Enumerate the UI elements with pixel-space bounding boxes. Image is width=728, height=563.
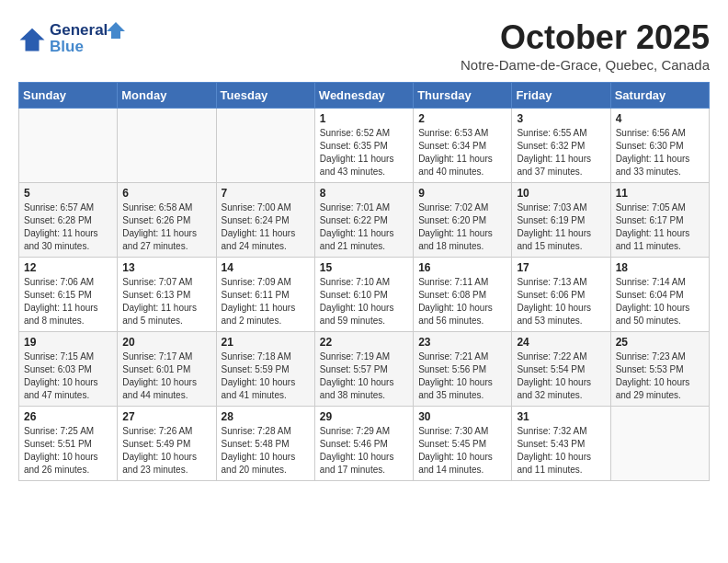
day-number: 22 (320, 336, 408, 349)
logo: General Blue (18, 18, 132, 59)
day-number: 21 (222, 336, 310, 349)
calendar-cell: 22Sunrise: 7:19 AM Sunset: 5:57 PM Dayli… (314, 332, 413, 407)
day-number: 29 (320, 410, 408, 423)
day-info: Sunrise: 7:23 AM Sunset: 5:53 PM Dayligh… (616, 350, 704, 402)
day-number: 11 (616, 187, 704, 200)
calendar-cell: 1Sunrise: 6:52 AM Sunset: 6:35 PM Daylig… (314, 109, 413, 183)
svg-marker-1 (20, 29, 45, 52)
day-number: 31 (517, 410, 605, 423)
calendar-cell: 24Sunrise: 7:22 AM Sunset: 5:54 PM Dayli… (512, 332, 610, 407)
calendar-cell: 8Sunrise: 7:01 AM Sunset: 6:22 PM Daylig… (314, 183, 413, 258)
weekday-header-friday: Friday (512, 83, 610, 109)
calendar-cell: 31Sunrise: 7:32 AM Sunset: 5:43 PM Dayli… (512, 407, 610, 481)
calendar-cell: 15Sunrise: 7:10 AM Sunset: 6:10 PM Dayli… (314, 258, 413, 332)
weekday-header-tuesday: Tuesday (216, 83, 314, 109)
calendar-cell: 12Sunrise: 7:06 AM Sunset: 6:15 PM Dayli… (19, 258, 118, 332)
day-number: 14 (222, 261, 310, 274)
calendar-cell: 13Sunrise: 7:07 AM Sunset: 6:13 PM Dayli… (118, 258, 216, 332)
day-info: Sunrise: 7:29 AM Sunset: 5:46 PM Dayligh… (320, 425, 408, 477)
day-number: 2 (418, 112, 506, 125)
calendar-cell: 18Sunrise: 7:14 AM Sunset: 6:04 PM Dayli… (610, 258, 709, 332)
day-number: 5 (24, 187, 112, 200)
weekday-header-row: SundayMondayTuesdayWednesdayThursdayFrid… (19, 83, 710, 109)
calendar-cell: 28Sunrise: 7:28 AM Sunset: 5:48 PM Dayli… (216, 407, 314, 481)
calendar-cell: 7Sunrise: 7:00 AM Sunset: 6:24 PM Daylig… (216, 183, 314, 258)
logo-graphic: General Blue (50, 18, 132, 55)
day-info: Sunrise: 7:18 AM Sunset: 5:59 PM Dayligh… (222, 350, 310, 402)
calendar-title: October 2025 (461, 18, 710, 57)
day-number: 16 (418, 261, 506, 274)
day-number: 30 (418, 410, 506, 423)
calendar-week-row: 26Sunrise: 7:25 AM Sunset: 5:51 PM Dayli… (19, 407, 710, 481)
calendar-cell: 2Sunrise: 6:53 AM Sunset: 6:34 PM Daylig… (414, 109, 512, 183)
day-info: Sunrise: 7:32 AM Sunset: 5:43 PM Dayligh… (517, 425, 605, 477)
calendar-week-row: 12Sunrise: 7:06 AM Sunset: 6:15 PM Dayli… (19, 258, 710, 332)
day-info: Sunrise: 7:06 AM Sunset: 6:15 PM Dayligh… (24, 276, 112, 327)
day-number: 3 (517, 112, 605, 125)
day-number: 6 (122, 187, 210, 200)
day-info: Sunrise: 6:57 AM Sunset: 6:28 PM Dayligh… (24, 201, 112, 253)
day-info: Sunrise: 7:00 AM Sunset: 6:24 PM Dayligh… (222, 201, 310, 253)
calendar-cell: 30Sunrise: 7:30 AM Sunset: 5:45 PM Dayli… (414, 407, 512, 481)
calendar-table: SundayMondayTuesdayWednesdayThursdayFrid… (18, 82, 710, 481)
weekday-header-monday: Monday (118, 83, 216, 109)
day-info: Sunrise: 7:05 AM Sunset: 6:17 PM Dayligh… (616, 201, 704, 253)
calendar-week-row: 1Sunrise: 6:52 AM Sunset: 6:35 PM Daylig… (19, 109, 710, 183)
day-info: Sunrise: 7:13 AM Sunset: 6:06 PM Dayligh… (517, 276, 605, 327)
day-info: Sunrise: 7:22 AM Sunset: 5:54 PM Dayligh… (517, 350, 605, 402)
day-number: 10 (517, 187, 605, 200)
day-info: Sunrise: 7:10 AM Sunset: 6:10 PM Dayligh… (320, 276, 408, 327)
day-number: 9 (418, 187, 506, 200)
calendar-cell: 21Sunrise: 7:18 AM Sunset: 5:59 PM Dayli… (216, 332, 314, 407)
calendar-cell: 20Sunrise: 7:17 AM Sunset: 6:01 PM Dayli… (118, 332, 216, 407)
day-number: 12 (24, 261, 112, 274)
day-info: Sunrise: 7:14 AM Sunset: 6:04 PM Dayligh… (616, 276, 704, 327)
weekday-header-wednesday: Wednesday (314, 83, 413, 109)
day-number: 26 (24, 410, 112, 423)
day-number: 17 (517, 261, 605, 274)
title-block: October 2025 Notre-Dame-de-Grace, Quebec… (461, 18, 710, 73)
calendar-cell: 29Sunrise: 7:29 AM Sunset: 5:46 PM Dayli… (314, 407, 413, 481)
svg-marker-4 (107, 22, 125, 39)
calendar-cell: 6Sunrise: 6:58 AM Sunset: 6:26 PM Daylig… (118, 183, 216, 258)
weekday-header-thursday: Thursday (414, 83, 512, 109)
day-number: 24 (517, 336, 605, 349)
day-info: Sunrise: 7:09 AM Sunset: 6:11 PM Dayligh… (222, 276, 310, 327)
calendar-cell: 11Sunrise: 7:05 AM Sunset: 6:17 PM Dayli… (610, 183, 709, 258)
calendar-cell: 3Sunrise: 6:55 AM Sunset: 6:32 PM Daylig… (512, 109, 610, 183)
day-number: 4 (616, 112, 704, 125)
day-number: 18 (616, 261, 704, 274)
calendar-cell: 23Sunrise: 7:21 AM Sunset: 5:56 PM Dayli… (414, 332, 512, 407)
day-number: 28 (222, 410, 310, 423)
calendar-cell: 14Sunrise: 7:09 AM Sunset: 6:11 PM Dayli… (216, 258, 314, 332)
day-info: Sunrise: 6:58 AM Sunset: 6:26 PM Dayligh… (122, 201, 210, 253)
weekday-header-saturday: Saturday (610, 83, 709, 109)
calendar-cell: 10Sunrise: 7:03 AM Sunset: 6:19 PM Dayli… (512, 183, 610, 258)
day-info: Sunrise: 6:56 AM Sunset: 6:30 PM Dayligh… (616, 127, 704, 178)
day-info: Sunrise: 6:52 AM Sunset: 6:35 PM Dayligh… (320, 127, 408, 178)
day-number: 8 (320, 187, 408, 200)
calendar-subtitle: Notre-Dame-de-Grace, Quebec, Canada (461, 57, 710, 73)
day-number: 27 (122, 410, 210, 423)
day-info: Sunrise: 7:28 AM Sunset: 5:48 PM Dayligh… (222, 425, 310, 477)
svg-text:Blue: Blue (50, 38, 84, 55)
day-info: Sunrise: 7:19 AM Sunset: 5:57 PM Dayligh… (320, 350, 408, 402)
calendar-cell: 17Sunrise: 7:13 AM Sunset: 6:06 PM Dayli… (512, 258, 610, 332)
day-info: Sunrise: 7:21 AM Sunset: 5:56 PM Dayligh… (418, 350, 506, 402)
calendar-cell: 26Sunrise: 7:25 AM Sunset: 5:51 PM Dayli… (19, 407, 118, 481)
calendar-week-row: 19Sunrise: 7:15 AM Sunset: 6:03 PM Dayli… (19, 332, 710, 407)
calendar-week-row: 5Sunrise: 6:57 AM Sunset: 6:28 PM Daylig… (19, 183, 710, 258)
day-info: Sunrise: 6:53 AM Sunset: 6:34 PM Dayligh… (418, 127, 506, 178)
day-info: Sunrise: 7:01 AM Sunset: 6:22 PM Dayligh… (320, 201, 408, 253)
day-number: 15 (320, 261, 408, 274)
day-number: 23 (418, 336, 506, 349)
calendar-cell: 19Sunrise: 7:15 AM Sunset: 6:03 PM Dayli… (19, 332, 118, 407)
calendar-cell (19, 109, 118, 183)
day-info: Sunrise: 7:25 AM Sunset: 5:51 PM Dayligh… (24, 425, 112, 477)
day-info: Sunrise: 7:26 AM Sunset: 5:49 PM Dayligh… (122, 425, 210, 477)
day-number: 7 (222, 187, 310, 200)
calendar-cell: 5Sunrise: 6:57 AM Sunset: 6:28 PM Daylig… (19, 183, 118, 258)
calendar-cell (216, 109, 314, 183)
day-info: Sunrise: 7:17 AM Sunset: 6:01 PM Dayligh… (122, 350, 210, 402)
calendar-cell: 27Sunrise: 7:26 AM Sunset: 5:49 PM Dayli… (118, 407, 216, 481)
